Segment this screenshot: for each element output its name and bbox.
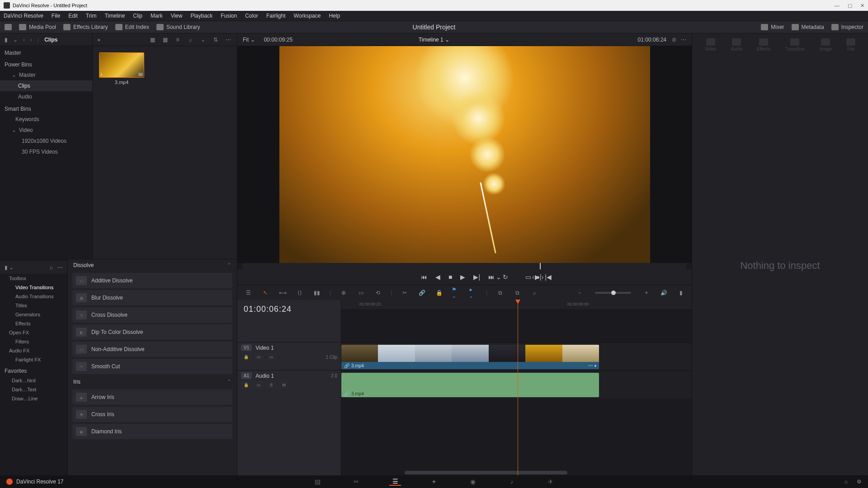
menu-fusion[interactable]: Fusion (221, 13, 237, 19)
mixer-button[interactable]: Mixer (761, 24, 784, 30)
link-icon[interactable]: 🔗 (417, 289, 426, 297)
auto-select-icon[interactable]: ▭ (254, 353, 264, 361)
toolbox-node[interactable]: Toolbox (0, 274, 67, 283)
chevron-down-icon[interactable]: ⌄ (13, 37, 18, 43)
sound-library-button[interactable]: Sound Library (156, 24, 200, 30)
marker-icon[interactable]: ● ⌄ (469, 289, 478, 297)
fx-arrow-iris[interactable]: ▲Arrow Iris (72, 389, 232, 405)
power-master[interactable]: Master (0, 70, 92, 80)
video-clip[interactable]: 🔗3.mp4〰 ◆ (341, 345, 599, 369)
more-icon[interactable]: ⋯ (224, 36, 232, 43)
bypass-icon[interactable]: ⊘ (672, 37, 676, 43)
menu-file[interactable]: File (52, 13, 60, 19)
smart-30fps[interactable]: 30 FPS Videos (0, 146, 92, 157)
first-frame-button[interactable]: ⏮ (421, 273, 427, 281)
viewer-scrubber[interactable] (243, 263, 686, 269)
collapse-icon[interactable]: ⌃ (227, 379, 231, 385)
playhead-mark[interactable] (540, 263, 541, 269)
metadata-button[interactable]: Metadata (792, 24, 824, 30)
search-timeline-icon[interactable]: ⌕ (530, 289, 539, 297)
timeline-name[interactable]: Timeline 1 ⌄ (419, 37, 449, 43)
clip-thumbnail[interactable]: ♪ 3.mp4 (99, 52, 144, 85)
fairlight-fx[interactable]: Fairlight FX (0, 355, 67, 364)
menu-clip[interactable]: Clip (133, 13, 142, 19)
project-settings-icon[interactable]: ⚙ (857, 479, 862, 485)
menu-trim[interactable]: Trim (86, 13, 97, 19)
blade-tool[interactable]: ▮▮ (312, 289, 321, 297)
viewer-frame[interactable] (237, 46, 692, 263)
fx-cross-iris[interactable]: ✚Cross Iris (72, 407, 232, 422)
overwrite-clip-icon[interactable]: ▭ (356, 289, 365, 297)
viewer-mode-icon[interactable]: ▭ ⌄ (488, 273, 501, 281)
master-bin[interactable]: Master (0, 46, 92, 58)
meter-icon[interactable]: ▮ (676, 289, 685, 297)
fx-additive-dissolve[interactable]: ▭Additive Dissolve (72, 273, 232, 288)
nav-back-icon[interactable]: ‹ (23, 37, 25, 43)
tab-file[interactable]: File (846, 38, 855, 52)
search-icon[interactable]: ⌕ (50, 264, 53, 271)
flag-icon[interactable]: ⚑ ⌄ (452, 289, 461, 297)
menu-timeline[interactable]: Timeline (104, 13, 125, 19)
tab-audio[interactable]: Audio (731, 38, 742, 52)
track-name[interactable]: Audio 1 (255, 373, 274, 379)
bin-clips[interactable]: Clips (0, 80, 92, 91)
fx-non-additive[interactable]: ▭Non-Additive Dissolve (72, 342, 232, 357)
lock-icon[interactable]: 🔒 (241, 353, 251, 361)
prev-frame-button[interactable]: ◀ (435, 273, 440, 281)
filters[interactable]: Filters (0, 337, 67, 346)
maximize-button[interactable]: ▢ (848, 3, 852, 9)
media-page[interactable]: ▤ (311, 478, 323, 486)
fx-dip-color[interactable]: ◐Dip To Color Dissolve (72, 324, 232, 340)
timeline-scrollbar[interactable] (405, 471, 567, 474)
openfx-node[interactable]: Open FX (0, 328, 67, 337)
audiofx-node[interactable]: Audio FX (0, 346, 67, 355)
fx-smooth-cut[interactable]: ✂Smooth Cut (72, 359, 232, 374)
nav-fwd-icon[interactable]: › (30, 37, 32, 43)
menu-playback[interactable]: Playback (190, 13, 212, 19)
bin-audio[interactable]: Audio (0, 91, 92, 102)
more-icon[interactable]: ⋯ (57, 264, 63, 271)
zoom-in-icon[interactable]: + (642, 289, 651, 297)
solo-button[interactable]: S (266, 381, 276, 389)
fx-diamond-iris[interactable]: ◆Diamond Iris (72, 424, 232, 439)
smart-1080[interactable]: 868x488 Videos (0, 136, 92, 146)
fav-1[interactable]: Dark…hird (0, 376, 67, 385)
mute-button[interactable]: M (279, 381, 289, 389)
more-icon[interactable]: ⋯ (681, 37, 686, 43)
lock-icon[interactable]: 🔒 (241, 381, 251, 389)
fx-blur-dissolve[interactable]: ◉Blur Dissolve (72, 290, 232, 305)
lock-icon[interactable]: 🔒 (434, 289, 443, 297)
menu-mark[interactable]: Mark (151, 13, 163, 19)
titles[interactable]: Titles (0, 301, 67, 310)
tab-video[interactable]: Video (705, 38, 716, 52)
chevron-down-icon[interactable]: ⌄ (199, 36, 207, 43)
disable-track-icon[interactable]: ▭ (266, 353, 276, 361)
deliver-page[interactable]: ✈ (545, 478, 557, 486)
metadata-view-icon[interactable]: ▦ (148, 36, 156, 43)
tab-image[interactable]: Image (819, 38, 832, 52)
selection-tool[interactable]: ↖ (261, 289, 270, 297)
zoom-out-icon[interactable]: − (575, 289, 584, 297)
close-button[interactable]: ✕ (860, 3, 864, 9)
replace-clip-icon[interactable]: ⟲ (373, 289, 382, 297)
thumb-view-icon[interactable]: ▦ (161, 36, 169, 43)
cut-page[interactable]: ✂ (350, 478, 362, 486)
menu-edit[interactable]: Edit (68, 13, 78, 19)
group-dissolve[interactable]: Dissolve⌃ (68, 259, 237, 271)
menu-davinci[interactable]: DaVinci Resolve (4, 13, 43, 19)
menu-help[interactable]: Help (329, 13, 340, 19)
auto-select-icon[interactable]: ▭ (254, 381, 264, 389)
search-icon[interactable]: ⌕ (186, 36, 194, 43)
menu-workspace[interactable]: Workspace (294, 13, 321, 19)
menu-color[interactable]: Color (245, 13, 258, 19)
home-icon[interactable]: ⌂ (844, 479, 848, 485)
dynamic-trim-tool[interactable]: ⟨⟩ (295, 289, 304, 297)
zoom-fit[interactable]: Fit ⌄ (243, 37, 255, 43)
layout-icon[interactable] (5, 24, 12, 30)
fav-3[interactable]: Draw…Line (0, 394, 67, 403)
smart-video[interactable]: Video (0, 125, 92, 136)
next-frame-button[interactable]: ▶| (473, 273, 480, 281)
next-edit-icon[interactable]: ▶| (535, 273, 542, 281)
track-tag[interactable]: A1 (241, 372, 252, 379)
linked-selection-icon[interactable]: ⧉ (513, 289, 522, 297)
